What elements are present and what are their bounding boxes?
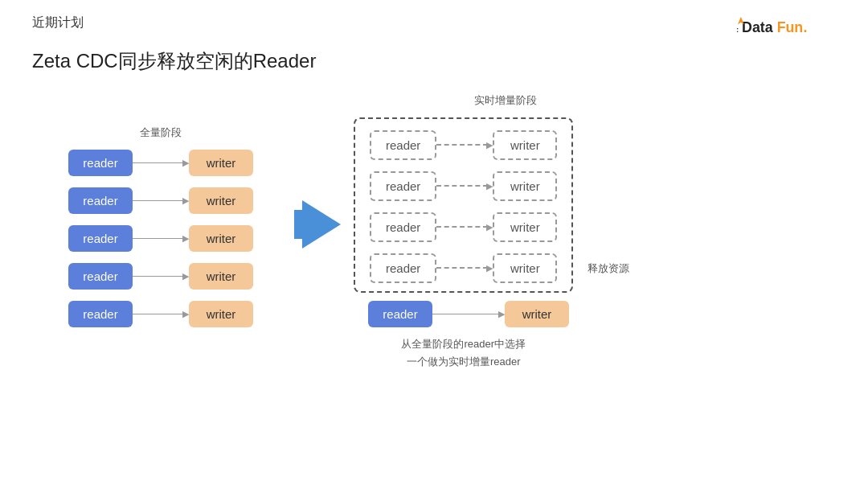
left-reader-2: reader	[68, 187, 133, 214]
right-phase: 实时增量阶段 reader writer reader	[354, 93, 836, 371]
release-label: 释放资源	[588, 261, 629, 276]
svg-text:.: .	[803, 19, 807, 35]
right-arrow-dashed-4	[436, 263, 493, 273]
transition-arrow	[302, 200, 341, 249]
page-title: 近期计划	[32, 14, 84, 31]
left-writer-5: writer	[189, 301, 253, 327]
right-reader-dashed-1: reader	[370, 130, 436, 160]
left-row-3: reader writer	[68, 225, 253, 252]
right-writer-dashed-1: writer	[493, 130, 557, 160]
slide-title: Zeta CDC同步释放空闲的Reader	[32, 48, 836, 74]
right-content: reader writer reader writer reader	[354, 117, 573, 371]
bottom-note-line1: 从全量阶段的reader中选择	[401, 338, 526, 350]
left-row-2: reader writer	[68, 187, 253, 214]
left-arrow-2	[133, 195, 189, 206]
left-row-5: reader writer	[68, 301, 253, 327]
right-arrow-dashed-2	[436, 181, 493, 191]
right-dashed-row-4: reader writer	[370, 253, 557, 283]
svg-text:Data: Data	[742, 19, 773, 35]
dashed-box: reader writer reader writer reader	[354, 117, 573, 293]
right-dashed-row-1: reader writer	[370, 130, 557, 160]
bottom-note: 从全量阶段的reader中选择 一个做为实时增量reader	[354, 335, 573, 371]
right-writer-dashed-3: writer	[493, 212, 557, 242]
right-arrow-dashed-3	[436, 222, 493, 232]
left-reader-5: reader	[68, 301, 133, 327]
left-arrow-4	[133, 271, 189, 281]
page-container: 近期计划 : Data Fun . Zeta CDC同步释放空闲的Reader	[0, 0, 868, 489]
left-row-1: reader writer	[68, 150, 253, 176]
right-reader-dashed-2: reader	[370, 171, 436, 201]
right-writer-solid: writer	[505, 301, 569, 327]
right-arrow-dashed-1	[436, 140, 493, 150]
left-row-4: reader writer	[68, 263, 253, 290]
left-reader-3: reader	[68, 225, 133, 252]
left-writer-2: writer	[189, 187, 253, 214]
left-reader-4: reader	[68, 263, 133, 290]
right-solid-row: reader writer	[354, 301, 573, 327]
right-dashed-row-2: reader writer	[370, 171, 557, 201]
right-arrow-solid	[432, 309, 505, 319]
right-reader-solid: reader	[368, 301, 432, 327]
left-phase: 全量阶段 reader writer reader writer reader …	[32, 125, 289, 339]
top-bar: 近期计划 : Data Fun .	[32, 14, 836, 40]
transition-arrow-container	[289, 200, 354, 249]
right-writer-dashed-4: writer	[493, 253, 557, 283]
bottom-note-line2: 一个做为实时增量reader	[407, 355, 521, 368]
right-reader-dashed-4: reader	[370, 253, 436, 283]
left-arrow-3	[133, 233, 189, 244]
right-reader-dashed-3: reader	[370, 212, 436, 242]
left-reader-1: reader	[68, 150, 133, 176]
right-dashed-row-3: reader writer	[370, 212, 557, 242]
left-writer-3: writer	[189, 225, 253, 252]
left-writer-1: writer	[189, 150, 253, 176]
left-writer-4: writer	[189, 263, 253, 290]
svg-text::: :	[736, 25, 739, 34]
left-phase-label: 全量阶段	[140, 125, 182, 140]
left-arrow-1	[133, 158, 189, 168]
svg-text:Fun: Fun	[776, 19, 803, 35]
logo-container: : Data Fun .	[736, 14, 836, 40]
right-writer-dashed-2: writer	[493, 171, 557, 201]
left-arrow-5	[133, 309, 189, 319]
datafun-logo: : Data Fun .	[736, 14, 836, 40]
right-phase-label: 实时增量阶段	[474, 93, 537, 108]
diagram-container: 全量阶段 reader writer reader writer reader …	[32, 93, 836, 371]
